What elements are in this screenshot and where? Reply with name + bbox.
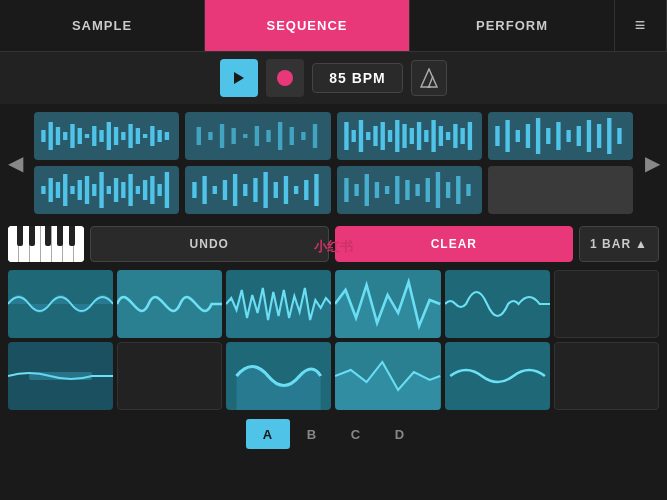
clear-button[interactable]: CLEAR [335, 226, 574, 262]
svg-rect-74 [114, 178, 118, 202]
svg-rect-59 [576, 126, 580, 146]
svg-rect-80 [157, 184, 161, 196]
svg-rect-88 [254, 178, 258, 202]
svg-rect-104 [435, 172, 439, 208]
svg-rect-26 [243, 134, 247, 138]
controls-bar: UNDO CLEAR 1 BAR ▲ [0, 222, 667, 266]
svg-rect-35 [358, 120, 362, 152]
tab-sample[interactable]: SAMPLE [0, 0, 205, 51]
svg-rect-60 [587, 120, 591, 152]
play-button[interactable] [220, 59, 258, 97]
svg-rect-77 [136, 186, 140, 194]
sample-pad-1[interactable] [8, 270, 113, 338]
sequence-grid [30, 112, 637, 214]
bar-selector[interactable]: 1 BAR ▲ [579, 226, 659, 262]
sample-pads-grid [0, 266, 667, 414]
svg-rect-25 [232, 128, 236, 144]
svg-rect-72 [99, 172, 103, 208]
sample-pad-4[interactable] [335, 270, 440, 338]
tab-sequence[interactable]: SEQUENCE [205, 0, 410, 51]
svg-rect-28 [267, 130, 271, 142]
svg-rect-20 [157, 130, 161, 142]
svg-rect-22 [197, 127, 201, 145]
svg-rect-106 [456, 176, 460, 204]
svg-rect-46 [438, 126, 442, 146]
sample-pad-7[interactable] [8, 342, 113, 410]
svg-rect-103 [425, 178, 429, 202]
sample-pad-5[interactable] [445, 270, 550, 338]
svg-rect-67 [63, 174, 67, 206]
svg-rect-83 [203, 176, 207, 204]
seq-cell-5[interactable] [34, 166, 179, 214]
svg-rect-24 [220, 124, 224, 148]
svg-rect-7 [63, 132, 67, 140]
transport-bar: 85 BPM [0, 52, 667, 104]
seq-cell-7[interactable] [337, 166, 482, 214]
svg-rect-29 [278, 122, 282, 150]
svg-rect-10 [85, 134, 89, 138]
seq-cell-3[interactable] [337, 112, 482, 160]
undo-button[interactable]: UNDO [90, 226, 329, 262]
piano-keyboard[interactable] [8, 226, 84, 262]
scene-tab-c[interactable]: C [334, 419, 378, 449]
svg-rect-47 [445, 132, 449, 140]
svg-rect-31 [301, 132, 305, 140]
svg-rect-64 [41, 186, 45, 194]
bar-arrow-icon: ▲ [635, 237, 648, 251]
svg-rect-18 [143, 134, 147, 138]
sample-pad-12[interactable] [554, 342, 659, 410]
svg-rect-101 [405, 180, 409, 200]
svg-rect-36 [366, 132, 370, 140]
svg-rect-8 [70, 124, 74, 148]
svg-rect-39 [387, 130, 391, 142]
svg-rect-94 [315, 174, 319, 206]
seq-cell-2[interactable] [185, 112, 330, 160]
svg-rect-93 [304, 180, 308, 200]
svg-rect-71 [92, 184, 96, 196]
svg-rect-53 [515, 130, 519, 142]
seq-cell-6[interactable] [185, 166, 330, 214]
svg-rect-66 [56, 182, 60, 198]
prev-page-button[interactable]: ◀ [0, 123, 30, 203]
sample-pad-9[interactable] [226, 342, 331, 410]
svg-rect-9 [78, 128, 82, 144]
sample-pad-6[interactable] [554, 270, 659, 338]
svg-rect-38 [380, 122, 384, 150]
seq-cell-4[interactable] [488, 112, 633, 160]
svg-rect-48 [453, 124, 457, 148]
svg-rect-58 [566, 130, 570, 142]
svg-rect-84 [213, 186, 217, 194]
svg-rect-13 [107, 122, 111, 150]
sample-pad-3[interactable] [226, 270, 331, 338]
bpm-display[interactable]: 85 BPM [312, 63, 403, 93]
scene-tab-a[interactable]: A [246, 419, 290, 449]
record-icon [277, 70, 293, 86]
tab-perform[interactable]: PERFORM [410, 0, 615, 51]
metronome-button[interactable] [411, 60, 447, 96]
svg-rect-86 [233, 174, 237, 206]
seq-cell-8[interactable] [488, 166, 633, 214]
svg-rect-98 [374, 182, 378, 198]
sample-pad-8[interactable] [117, 342, 222, 410]
sample-pad-10[interactable] [335, 342, 440, 410]
sample-pad-11[interactable] [445, 342, 550, 410]
svg-rect-11 [92, 126, 96, 146]
svg-rect-19 [150, 126, 154, 146]
svg-rect-32 [313, 124, 317, 148]
svg-rect-54 [526, 124, 530, 148]
svg-rect-85 [223, 180, 227, 200]
record-button[interactable] [266, 59, 304, 97]
svg-point-3 [427, 86, 430, 89]
svg-rect-96 [354, 184, 358, 196]
svg-rect-61 [597, 124, 601, 148]
svg-rect-33 [344, 122, 348, 150]
seq-cell-1[interactable] [34, 112, 179, 160]
svg-rect-65 [49, 178, 53, 202]
next-page-button[interactable]: ▶ [637, 123, 667, 203]
sample-pad-2[interactable] [117, 270, 222, 338]
scene-tab-b[interactable]: B [290, 419, 334, 449]
menu-button[interactable]: ≡ [615, 0, 667, 51]
svg-rect-91 [284, 176, 288, 204]
scene-tab-d[interactable]: D [378, 419, 422, 449]
svg-rect-40 [395, 120, 399, 152]
